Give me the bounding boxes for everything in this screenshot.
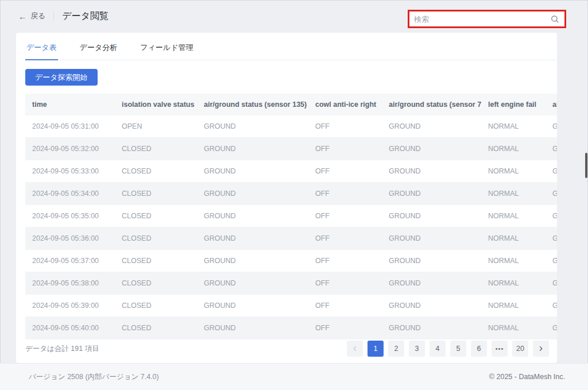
table-cell: OFF: [308, 272, 382, 295]
table-cell: OFF: [308, 183, 382, 205]
table-body: 2024-09-05 05:31:00OPENGROUNDOFFGROUNDNO…: [25, 115, 557, 339]
table-row: 2024-09-05 05:39:00CLOSEDGROUNDOFFGROUND…: [25, 295, 557, 317]
table-cell: 2024-09-05 05:34:00: [25, 183, 115, 205]
table-cell: G: [546, 227, 557, 250]
table-cell: 2024-09-05 05:40:00: [25, 317, 115, 339]
chevron-right-icon: [538, 346, 544, 352]
table-cell: G: [546, 272, 557, 295]
table-cell: G: [546, 115, 557, 138]
start-data-exploration-button[interactable]: データ探索開始: [25, 69, 98, 86]
table-cell: 2024-09-05 05:39:00: [25, 295, 115, 317]
table-cell: GROUND: [382, 183, 481, 205]
table-cell: OFF: [308, 160, 382, 183]
pagination-next-button[interactable]: [533, 341, 549, 357]
table-row: 2024-09-05 05:31:00OPENGROUNDOFFGROUNDNO…: [25, 115, 557, 138]
title-divider: [53, 11, 54, 21]
table-cell: CLOSED: [115, 272, 197, 295]
table-cell: G: [546, 160, 557, 183]
table-cell: OFF: [308, 227, 382, 250]
table-cell: GROUND: [197, 272, 308, 295]
table-cell: 2024-09-05 05:35:00: [25, 205, 115, 227]
table-cell: G: [546, 317, 557, 339]
tab-data-table[interactable]: データ表: [25, 43, 58, 60]
pagination-more-button[interactable]: •••: [492, 341, 508, 357]
table-cell: G: [546, 205, 557, 227]
table-cell: GROUND: [197, 138, 308, 160]
table-cell: OFF: [308, 138, 382, 160]
header-cell: time: [25, 94, 115, 115]
table-cell: CLOSED: [115, 205, 197, 227]
table-cell: GROUND: [382, 205, 481, 227]
pagination-page-5[interactable]: 5: [450, 341, 466, 357]
table-scroll-area: timeisolation valve statusair/ground sta…: [25, 94, 557, 339]
table-cell: CLOSED: [115, 160, 197, 183]
table-row: 2024-09-05 05:37:00CLOSEDGROUNDOFFGROUND…: [25, 250, 557, 272]
table-row: 2024-09-05 05:32:00CLOSEDGROUNDOFFGROUND…: [25, 138, 557, 160]
header-cell: isolation valve status: [115, 94, 197, 115]
table-cell: NORMAL: [481, 115, 546, 138]
table-cell: OFF: [308, 250, 382, 272]
table-cell: NORMAL: [481, 250, 546, 272]
scrollbar-thumb[interactable]: [585, 153, 587, 178]
back-arrow-icon: ←: [18, 12, 27, 21]
table-cell: CLOSED: [115, 183, 197, 205]
table-cell: 2024-09-05 05:36:00: [25, 227, 115, 250]
back-label: 戻る: [30, 11, 45, 21]
total-count-text: データは合計 191 項目: [25, 344, 99, 354]
table-cell: GROUND: [382, 227, 481, 250]
table-cell: CLOSED: [115, 227, 197, 250]
data-browse-page: ← 戻る データ閲覧 データ表 データ分析 フィールド管理 データ探索開始 ti…: [0, 0, 588, 390]
table-row: 2024-09-05 05:36:00CLOSEDGROUNDOFFGROUND…: [25, 227, 557, 250]
table-cell: NORMAL: [481, 272, 546, 295]
table-cell: G: [546, 183, 557, 205]
table-cell: GROUND: [382, 138, 481, 160]
pagination-page-1[interactable]: 1: [368, 341, 384, 357]
table-cell: GROUND: [197, 160, 308, 183]
table-cell: GROUND: [382, 317, 481, 339]
version-text: バージョン 2508 (内部バージョン 7.4.0): [29, 372, 159, 382]
table-cell: GROUND: [382, 115, 481, 138]
table-cell: 2024-09-05 05:32:00: [25, 138, 115, 160]
table-cell: NORMAL: [481, 183, 546, 205]
table-cell: GROUND: [197, 205, 308, 227]
table-cell: GROUND: [382, 272, 481, 295]
table-cell: 2024-09-05 05:33:00: [25, 160, 115, 183]
back-button[interactable]: ← 戻る: [18, 11, 45, 21]
tab-field-management[interactable]: フィールド管理: [139, 43, 194, 60]
page-title: データ閲覧: [62, 10, 109, 22]
table-cell: NORMAL: [481, 160, 546, 183]
table-row: 2024-09-05 05:35:00CLOSEDGROUNDOFFGROUND…: [25, 205, 557, 227]
pagination-page-3[interactable]: 3: [409, 341, 425, 357]
table-cell: CLOSED: [115, 138, 197, 160]
search-input[interactable]: [409, 15, 551, 24]
pagination-page-2[interactable]: 2: [388, 341, 404, 357]
data-table: timeisolation valve statusair/ground sta…: [25, 94, 557, 339]
tab-data-analysis[interactable]: データ分析: [79, 43, 119, 60]
pagination-page-4[interactable]: 4: [430, 341, 446, 357]
table-cell: OPEN: [115, 115, 197, 138]
header-cell: left engine fail: [481, 94, 546, 115]
table-cell: GROUND: [197, 227, 308, 250]
pagination-page-6[interactable]: 6: [471, 341, 487, 357]
tab-bar: データ表 データ分析 フィールド管理: [25, 33, 556, 60]
table-cell: GROUND: [197, 183, 308, 205]
table-cell: CLOSED: [115, 317, 197, 339]
table-cell: NORMAL: [481, 205, 546, 227]
table-cell: GROUND: [197, 250, 308, 272]
header-cell: ai: [546, 94, 557, 115]
table-cell: GROUND: [382, 250, 481, 272]
search-box-annotated: [408, 10, 566, 28]
table-cell: OFF: [308, 295, 382, 317]
pagination-prev-button[interactable]: [347, 341, 363, 357]
pagination-page-20[interactable]: 20: [512, 341, 528, 357]
table-cell: OFF: [308, 317, 382, 339]
chevron-left-icon: [352, 346, 358, 352]
table-cell: GROUND: [197, 115, 308, 138]
table-row: 2024-09-05 05:33:00CLOSEDGROUNDOFFGROUND…: [25, 160, 557, 183]
table-row: 2024-09-05 05:38:00CLOSEDGROUNDOFFGROUND…: [25, 272, 557, 295]
table-row: 2024-09-05 05:34:00CLOSEDGROUNDOFFGROUND…: [25, 183, 557, 205]
pagination: 123456•••20: [347, 341, 549, 357]
table-cell: GROUND: [382, 295, 481, 317]
table-cell: NORMAL: [481, 138, 546, 160]
table-cell: NORMAL: [481, 295, 546, 317]
